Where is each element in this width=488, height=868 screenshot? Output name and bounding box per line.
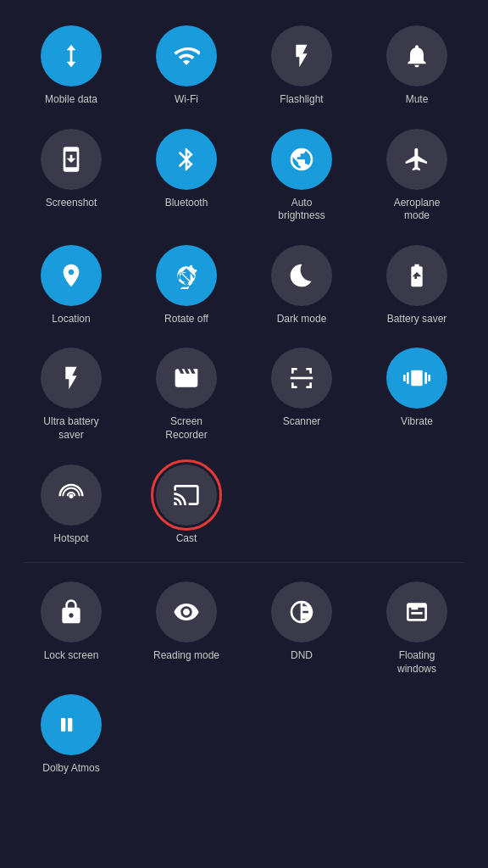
tile-label-ultra-battery-saver: Ultra battery saver	[37, 415, 105, 442]
tile-lock-screen[interactable]: Lock screen	[15, 573, 127, 682]
tile-label-scanner: Scanner	[283, 415, 321, 429]
quick-settings-bottom-grid: Lock screenReading modeDNDFloating windo…	[8, 573, 480, 682]
svg-rect-8	[291, 377, 313, 380]
svg-rect-9	[61, 718, 65, 732]
icon-circle-battery-saver	[386, 245, 447, 306]
icon-circle-screenshot	[41, 129, 102, 190]
tile-dolby-atmos[interactable]: Dolby Atmos	[15, 686, 127, 782]
tile-label-hotspot: Hotspot	[53, 532, 88, 546]
icon-circle-lock-screen	[41, 581, 102, 643]
tile-screen-recorder[interactable]: Screen Recorder	[130, 339, 242, 448]
icon-circle-bluetooth	[156, 129, 217, 190]
tile-cast[interactable]: Cast	[130, 456, 242, 553]
icon-circle-auto-brightness	[271, 129, 332, 190]
tile-scanner[interactable]: Scanner	[246, 339, 358, 448]
tile-label-bluetooth: Bluetooth	[165, 197, 208, 210]
tile-reading-mode[interactable]: Reading mode	[130, 573, 242, 682]
tile-bluetooth[interactable]: Bluetooth	[130, 120, 242, 230]
tile-label-lock-screen: Lock screen	[44, 649, 99, 663]
icon-circle-flashlight	[271, 25, 332, 86]
tile-label-location: Location	[52, 313, 90, 326]
tile-mobile-data[interactable]: Mobile data	[15, 17, 127, 114]
tile-label-aeroplane-mode: Aeroplane mode	[383, 197, 451, 223]
tile-aeroplane-mode[interactable]: Aeroplane mode	[361, 120, 473, 230]
icon-circle-location	[41, 245, 102, 306]
tile-label-mobile-data: Mobile data	[45, 93, 97, 107]
tile-label-screen-recorder: Screen Recorder	[152, 415, 220, 442]
tile-mute[interactable]: Mute	[361, 17, 473, 114]
svg-rect-7	[309, 383, 312, 389]
icon-circle-reading-mode	[156, 581, 217, 643]
icon-circle-aeroplane-mode	[386, 129, 447, 190]
svg-rect-1	[291, 368, 294, 374]
tile-label-vibrate: Vibrate	[401, 415, 433, 429]
icon-circle-hotspot	[41, 465, 102, 526]
tile-label-rotate-off: Rotate off	[164, 313, 208, 326]
dolby-grid: Dolby Atmos	[8, 686, 480, 782]
tile-floating-windows[interactable]: Floating windows	[361, 573, 473, 682]
icon-circle-mobile-data	[41, 25, 102, 86]
tile-dark-mode[interactable]: Dark mode	[246, 236, 358, 333]
tile-ultra-battery-saver[interactable]: Ultra battery saver	[15, 339, 127, 448]
divider-1	[24, 562, 464, 563]
tile-label-auto-brightness: Auto brightness	[268, 197, 336, 223]
tile-label-dolby-atmos: Dolby Atmos	[42, 762, 99, 776]
icon-circle-scanner	[271, 348, 332, 409]
tile-dnd[interactable]: DND	[246, 573, 358, 682]
tile-flashlight[interactable]: Flashlight	[246, 17, 358, 114]
icon-circle-rotate-off	[156, 245, 217, 306]
tile-label-wifi: Wi-Fi	[175, 93, 198, 107]
icon-circle-mute	[386, 25, 447, 86]
icon-circle-ultra-battery-saver	[41, 348, 102, 409]
tile-auto-brightness[interactable]: Auto brightness	[246, 120, 358, 230]
tile-label-mute: Mute	[406, 93, 429, 107]
icon-circle-dnd	[271, 581, 332, 643]
svg-rect-3	[309, 368, 312, 374]
icon-circle-cast	[156, 465, 217, 526]
tile-label-reading-mode: Reading mode	[153, 649, 219, 663]
icon-circle-dark-mode	[271, 245, 332, 306]
tile-label-flashlight: Flashlight	[280, 93, 323, 107]
svg-rect-5	[291, 383, 294, 389]
icon-circle-floating-windows	[386, 581, 447, 643]
tile-wifi[interactable]: Wi-Fi	[130, 17, 242, 114]
tile-location[interactable]: Location	[15, 236, 127, 333]
tile-rotate-off[interactable]: Rotate off	[130, 236, 242, 333]
icon-circle-wifi	[156, 25, 217, 86]
svg-rect-10	[68, 718, 72, 732]
icon-circle-dolby-atmos	[41, 694, 102, 755]
tile-hotspot[interactable]: Hotspot	[15, 456, 127, 553]
tile-label-cast: Cast	[176, 532, 197, 546]
tile-vibrate[interactable]: Vibrate	[361, 339, 473, 448]
tile-battery-saver[interactable]: Battery saver	[361, 236, 473, 333]
tile-label-floating-windows: Floating windows	[383, 649, 451, 676]
tile-label-dnd: DND	[291, 649, 313, 663]
icon-circle-screen-recorder	[156, 348, 217, 409]
tile-label-battery-saver: Battery saver	[387, 313, 447, 326]
tile-label-dark-mode: Dark mode	[277, 313, 327, 326]
tile-label-screenshot: Screenshot	[46, 197, 97, 210]
quick-settings-grid: Mobile dataWi-FiFlashlightMuteScreenshot…	[8, 17, 480, 552]
tile-screenshot[interactable]: Screenshot	[15, 120, 127, 230]
icon-circle-vibrate	[386, 348, 447, 409]
